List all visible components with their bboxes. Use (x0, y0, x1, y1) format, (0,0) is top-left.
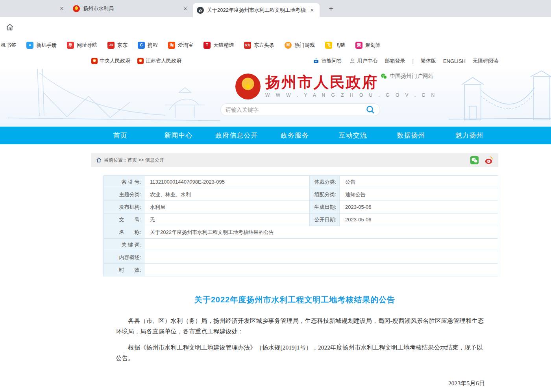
table-row: 索 引 号: 11321000014407098E-2023-095 体裁分类:… (104, 176, 498, 188)
meta-value: 11321000014407098E-2023-095 (144, 176, 310, 188)
article-paragraph: 根据《扬州市水利工程文明工地建设管理办法》（扬水规[2019]1号），2022年… (116, 342, 485, 363)
meta-label: 组配分类: (310, 188, 340, 201)
portal-label: 中国扬州门户网站 (390, 73, 434, 80)
link-user-center[interactable]: 用户中心 (349, 57, 378, 64)
nav-icon: 导 (67, 42, 74, 49)
bookmark-label: 携程 (148, 42, 158, 49)
nav-item-info-disclosure[interactable]: 政府信息公开 (207, 127, 266, 144)
meta-value: 2023-05-06 (340, 213, 498, 226)
table-row: 发布机构: 水利局 生成日期: 2023-05-06 (104, 201, 498, 213)
link-jiangsu-gov[interactable]: ★ 江苏省人民政府 (137, 57, 181, 64)
meta-label: 公开日期: (310, 213, 340, 226)
bookmark-ctrip[interactable]: C携程 (138, 42, 158, 49)
ctrip-icon: C (138, 42, 145, 49)
close-icon[interactable]: × (309, 7, 316, 14)
breadcrumb-label[interactable]: 当前位置：首页 >> 信息公开 (104, 157, 164, 164)
bookmark-label: 新机手册 (36, 42, 57, 49)
table-row: 时 效: (104, 264, 498, 276)
primary-nav: 首页 新闻中心 政府信息公开 政务服务 互动交流 数据扬州 魅力扬州 (0, 127, 551, 144)
book-icon: = (26, 42, 33, 49)
meta-value (144, 264, 498, 276)
tab-yangzhou-water-bureau[interactable]: ★ 扬州市水利局 × (69, 2, 193, 15)
meta-label: 索 引 号: (104, 176, 144, 188)
meta-value: 通知公告 (340, 188, 498, 201)
site-search (220, 103, 380, 116)
bookmark-tmall[interactable]: T天猫精选 (203, 42, 234, 49)
meta-label: 发布机构: (104, 201, 144, 213)
meta-value: 关于2022年度扬州市水利工程文明工地考核结果的公告 (144, 226, 498, 239)
browser-tab-bar: × ★ 扬州市水利局 × e 关于2022年度扬州市水利工程文明工地考核结果的公… (0, 0, 551, 17)
bookmark-hot-games[interactable]: M热门游戏 (285, 42, 315, 49)
link-label: 江苏省人民政府 (146, 57, 181, 64)
wechat-icon (380, 73, 387, 80)
nav-item-data[interactable]: 数据扬州 (382, 127, 440, 144)
meta-label: 关 键 词: (104, 239, 144, 251)
robot-icon (312, 57, 320, 64)
article: 关于2022年度扬州市水利工程文明工地考核结果的公告 各县（市、区）水利（务）局… (91, 294, 498, 392)
nav-item-services[interactable]: 政务服务 (266, 127, 324, 144)
bookmarks-bar: 机书签 =新机手册 导网址导航 JD京东 C携程 淘爱淘宝 T天猫精选 东方东方… (0, 37, 551, 53)
nav-item-charm[interactable]: 魅力扬州 (440, 127, 498, 144)
link-central-gov[interactable]: ★ 中央人民政府 (91, 57, 130, 64)
site-url: W W W . Y A N G Z H O U . G O V . C N (265, 92, 437, 98)
user-icon (349, 58, 355, 64)
gov-emblem-icon: ★ (91, 58, 98, 64)
tmall-icon: T (203, 42, 211, 49)
divider: | (412, 58, 414, 64)
link-label: ENGLISH (443, 58, 466, 64)
bookmark-phone-bookmarks[interactable]: 机书签 (1, 42, 16, 49)
masthead-banner: ★ 扬州市人民政府 W W W . Y A N G Z H O U . G O … (0, 69, 551, 127)
home-icon[interactable] (5, 22, 15, 32)
link-label: 智能问答 (322, 57, 342, 64)
link-smart-qa[interactable]: 智能问答 (312, 57, 342, 64)
close-icon[interactable]: × (58, 5, 66, 13)
table-row: 文 号: 无 公开日期: 2023-05-06 (104, 213, 498, 226)
gov-links-row: ★ 中央人民政府 ★ 江苏省人民政府 智能问答 用户中心 邮箱登录 | 繁体版 … (0, 53, 551, 69)
nav-item-interaction[interactable]: 互动交流 (324, 127, 382, 144)
bookmark-manual[interactable]: =新机手册 (26, 42, 57, 49)
meta-label: 时 效: (104, 264, 144, 276)
bookmark-label: 聚划算 (365, 42, 381, 49)
bookmark-juhuasuan[interactable]: 聚聚划算 (355, 42, 381, 49)
weibo-share-icon[interactable] (484, 156, 494, 165)
nav-item-news[interactable]: 新闻中心 (150, 127, 208, 144)
bookmark-url-nav[interactable]: 导网址导航 (67, 42, 97, 49)
link-label: 中央人民政府 (100, 57, 130, 64)
tab-title: 关于2022年度扬州市水利工程文明工地考核结果的公告 (207, 7, 306, 14)
table-row: 内容概述: (104, 251, 498, 264)
search-icon[interactable] (366, 105, 375, 114)
table-row: 名 称: 关于2022年度扬州市水利工程文明工地考核结果的公告 (104, 226, 498, 239)
document-meta-table: 索 引 号: 11321000014407098E-2023-095 体裁分类:… (103, 175, 498, 276)
meta-value (144, 239, 498, 251)
browser-logo-icon: e (197, 7, 204, 14)
banner-bridge-art-left (0, 69, 220, 127)
new-tab-button[interactable]: + (326, 4, 336, 14)
meta-value: 2023-05-06 (340, 201, 498, 213)
game-icon: M (285, 42, 292, 49)
meta-label: 生成日期: (310, 201, 340, 213)
meta-label: 主题分类: (104, 188, 144, 201)
tab-announcement-active[interactable]: e 关于2022年度扬州市水利工程文明工地考核结果的公告 × (193, 3, 320, 17)
link-accessibility[interactable]: 无障碍阅读 (473, 57, 498, 64)
meta-value: 无 (144, 213, 310, 226)
link-english[interactable]: ENGLISH (443, 58, 466, 64)
bookmark-fliggy[interactable]: 飞飞猪 (325, 42, 345, 49)
link-mail-login[interactable]: 邮箱登录 (385, 57, 405, 64)
meta-label: 文 号: (104, 213, 144, 226)
bookmark-label: 网址导航 (77, 42, 97, 49)
search-input[interactable] (226, 107, 366, 113)
bookmark-label: 热门游戏 (294, 42, 315, 49)
link-label: 繁体版 (421, 57, 436, 64)
nav-item-home[interactable]: 首页 (91, 127, 150, 144)
bookmark-label: 机书签 (1, 42, 16, 49)
close-icon[interactable]: × (182, 5, 189, 12)
bookmark-taobao[interactable]: 淘爱淘宝 (168, 42, 193, 49)
portal-link[interactable]: 中国扬州门户网站 (380, 73, 434, 80)
link-traditional[interactable]: 繁体版 (421, 57, 436, 64)
meta-value: 公告 (340, 176, 498, 188)
wechat-share-icon[interactable] (470, 156, 479, 165)
meta-value: 农业、林业、水利 (144, 188, 310, 201)
breadcrumb: 当前位置：首页 >> 信息公开 (91, 153, 498, 167)
bookmark-jd[interactable]: JD京东 (107, 42, 128, 49)
bookmark-east-headlines[interactable]: 东方东方头条 (244, 42, 274, 49)
